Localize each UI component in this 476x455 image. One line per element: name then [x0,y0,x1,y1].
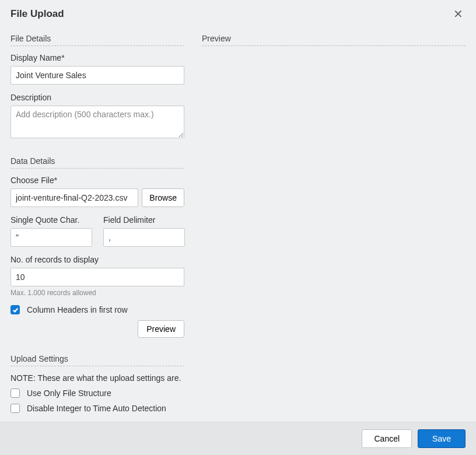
quote-delimiter-row: Single Quote Char. Field Delimiter [10,215,184,255]
quote-char-input[interactable] [10,228,92,247]
use-only-structure-row: Use Only File Structure [10,388,184,398]
column-headers-row: Column Headers in first row [10,305,184,314]
column-headers-checkbox[interactable] [10,305,20,314]
preview-button[interactable]: Preview [138,320,184,338]
left-column: File Details Display Name* Description D… [10,30,184,411]
close-icon[interactable]: ✕ [451,7,466,21]
records-hint: Max. 1.000 records allowed [10,289,184,297]
use-only-structure-label: Use Only File Structure [27,388,111,398]
data-details-section-title: Data Details [10,156,184,169]
disable-auto-detect-checkbox[interactable] [10,404,20,413]
records-label: No. of records to display [10,255,184,264]
dialog-footer: Cancel Save [0,422,476,455]
disable-auto-detect-label: Disable Integer to Time Auto Detection [27,404,166,413]
use-only-structure-checkbox[interactable] [10,388,20,398]
preview-button-row: Preview [10,320,184,338]
upload-settings-section-title: Upload Settings [10,354,184,366]
right-column: Preview [202,30,466,411]
dialog-title: File Upload [10,8,64,20]
cancel-button[interactable]: Cancel [362,429,412,448]
description-field: Description [10,93,184,140]
column-headers-label: Column Headers in first row [27,305,128,314]
file-details-section-title: File Details [10,34,184,46]
choose-file-name[interactable] [10,188,138,207]
dialog-header: File Upload ✕ [0,0,476,24]
save-button[interactable]: Save [418,429,466,448]
description-label: Description [10,93,184,102]
description-input[interactable] [10,106,184,138]
choose-file-field: Choose File* Browse [10,176,184,207]
quote-char-field: Single Quote Char. [10,215,92,247]
disable-auto-detect-row: Disable Integer to Time Auto Detection [10,404,184,413]
dialog-body: File Details Display Name* Description D… [0,24,476,422]
delimiter-input[interactable] [103,228,185,247]
display-name-label: Display Name* [10,53,184,62]
preview-section-title: Preview [202,34,466,46]
browse-button[interactable]: Browse [142,188,184,207]
delimiter-field: Field Delimiter [103,215,184,247]
quote-char-label: Single Quote Char. [10,215,92,225]
choose-file-row: Browse [10,188,184,207]
display-name-input[interactable] [10,66,184,85]
file-upload-dialog: File Upload ✕ File Details Display Name*… [0,0,476,455]
delimiter-label: Field Delimiter [103,215,184,225]
display-name-field: Display Name* [10,53,184,85]
upload-settings-note: NOTE: These are what the upload settings… [10,373,184,383]
records-input[interactable] [10,268,184,286]
records-field: No. of records to display Max. 1.000 rec… [10,255,184,297]
choose-file-label: Choose File* [10,176,184,185]
